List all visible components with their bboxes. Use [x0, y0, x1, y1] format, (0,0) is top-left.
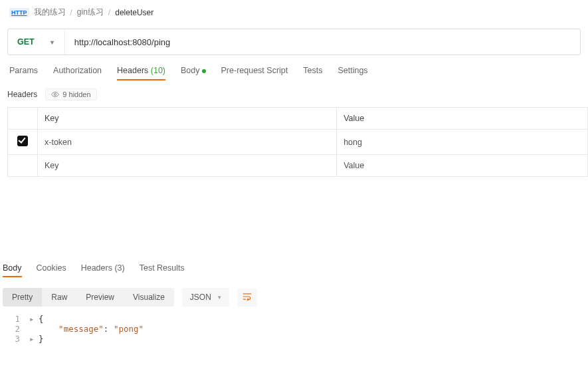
- tab-body[interactable]: Body: [181, 66, 206, 80]
- headers-subbar: Headers 9 hidden: [0, 86, 588, 107]
- headers-table: Key Value x-token hong Key Value: [7, 107, 588, 177]
- view-visualize-button[interactable]: Visualize: [124, 288, 174, 307]
- eye-icon: [51, 90, 59, 98]
- breadcrumb-sep: /: [108, 8, 110, 17]
- table-header-row: Key Value: [8, 108, 588, 130]
- tab-params[interactable]: Params: [9, 66, 38, 80]
- col-checkbox: [8, 108, 38, 130]
- table-row: x-token hong: [8, 130, 588, 155]
- tab-headers[interactable]: Headers (10): [117, 66, 165, 80]
- method-select[interactable]: GET ▾: [8, 29, 65, 55]
- resp-tab-headers[interactable]: Headers (3): [81, 263, 125, 277]
- response-body[interactable]: 1▸{ 2 "message": "pong" 3▸}: [0, 313, 588, 344]
- resp-tab-cookies[interactable]: Cookies: [37, 263, 66, 277]
- resp-tab-test-results[interactable]: Test Results: [140, 263, 185, 277]
- tab-prerequest[interactable]: Pre-request Script: [221, 66, 288, 80]
- breadcrumb: HTTP 我的练习 / gin练习 / deleteUser: [0, 0, 588, 25]
- method-label: GET: [17, 37, 35, 47]
- new-key-input[interactable]: Key: [38, 155, 337, 177]
- tab-authorization[interactable]: Authorization: [53, 66, 102, 80]
- col-key: Key: [38, 108, 337, 130]
- chevron-down-icon: ▾: [218, 294, 221, 301]
- resp-tab-body[interactable]: Body: [3, 263, 22, 277]
- tab-tests[interactable]: Tests: [303, 66, 322, 80]
- cell-value[interactable]: hong: [337, 130, 588, 155]
- status-dot-icon: [202, 69, 206, 73]
- headers-title: Headers: [7, 90, 37, 99]
- format-select[interactable]: JSON ▾: [182, 288, 229, 307]
- wrap-lines-button[interactable]: [237, 289, 257, 307]
- view-pretty-button[interactable]: Pretty: [3, 288, 42, 307]
- cell-key[interactable]: x-token: [38, 130, 337, 155]
- fold-handle-icon[interactable]: ▸: [29, 314, 39, 324]
- hidden-headers-button[interactable]: 9 hidden: [45, 88, 96, 100]
- response-tabs: Body Cookies Headers (3) Test Results: [0, 263, 588, 282]
- view-preview-button[interactable]: Preview: [76, 288, 124, 307]
- url-input[interactable]: http://localhost:8080/ping: [65, 29, 580, 55]
- fold-handle-icon[interactable]: ▸: [29, 334, 39, 344]
- wrap-icon: [243, 293, 252, 301]
- svg-point-0: [54, 94, 56, 96]
- table-row-new: Key Value: [8, 155, 588, 177]
- new-value-input[interactable]: Value: [337, 155, 588, 177]
- breadcrumb-sep: /: [70, 8, 72, 17]
- request-bar: GET ▾ http://localhost:8080/ping: [7, 29, 581, 55]
- view-controls: Pretty Raw Preview Visualize JSON ▾: [0, 282, 588, 313]
- http-badge-icon: HTTP: [9, 8, 29, 17]
- col-value: Value: [337, 108, 588, 130]
- view-mode-group: Pretty Raw Preview Visualize: [3, 288, 174, 307]
- breadcrumb-current: deleteUser: [115, 8, 153, 17]
- view-raw-button[interactable]: Raw: [42, 288, 76, 307]
- chevron-down-icon: ▾: [50, 39, 54, 46]
- row-checkbox[interactable]: [17, 136, 28, 146]
- breadcrumb-l1[interactable]: 我的练习: [34, 7, 66, 18]
- request-tabs: Params Authorization Headers (10) Body P…: [0, 55, 588, 86]
- tab-settings[interactable]: Settings: [338, 66, 367, 80]
- breadcrumb-l2[interactable]: gin练习: [77, 7, 104, 18]
